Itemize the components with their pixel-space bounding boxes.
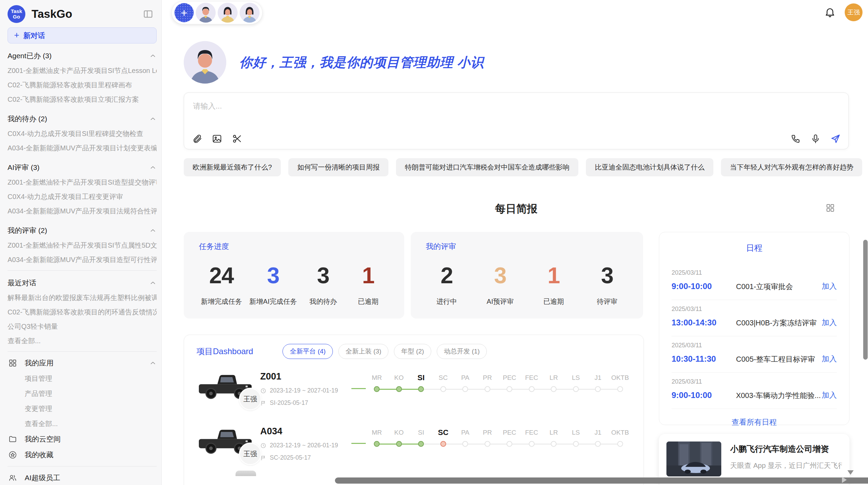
phone-icon[interactable]	[790, 133, 801, 144]
event-join-link[interactable]: 加入	[822, 318, 837, 328]
dashboard-filter-chip[interactable]: 年型 (2)	[394, 344, 431, 359]
app-logo: Task Go	[8, 5, 25, 23]
scroll-down-arrow[interactable]	[847, 470, 854, 475]
project-code: Z001	[260, 371, 351, 382]
apps-view-all-link[interactable]: 查看全部...	[8, 416, 157, 431]
milestone-label: SC	[432, 427, 455, 438]
scroll-right-arrow[interactable]	[842, 477, 847, 483]
sidebar-task-item[interactable]: Z001-全新燃油轻卡产品开发项目SI节点属性5D文件评审	[8, 238, 157, 252]
sidebar-section-header[interactable]: 我的待办 (2)	[8, 111, 157, 126]
next-project-peek	[236, 471, 256, 476]
milestone-label: PR	[477, 427, 499, 438]
briefing-header: 每日简报	[184, 202, 849, 216]
milestone-label: LR	[543, 373, 565, 384]
suggestion-chip[interactable]: 比亚迪全固态电池计划具体说了什么	[586, 158, 713, 176]
milestone-dot	[573, 441, 579, 447]
suggestion-chip[interactable]: 如何写一份清晰的项目周报	[288, 158, 388, 176]
sidebar-section-header[interactable]: 我的评审 (2)	[8, 223, 157, 238]
apps-grid-icon	[8, 358, 18, 368]
recent-conversation-item[interactable]: C02-飞腾新能源轻客改款项目的闭环通告反馈情况	[8, 305, 157, 319]
sidebar-section-title: 我的待办 (2)	[8, 114, 47, 124]
sidebar-task-item[interactable]: C0X4-动力总成开发项目SI里程碑提交物检查	[8, 126, 157, 141]
sidebar-task-item[interactable]: A034-全新新能源MUV产品开发项目造型可行性评审	[8, 252, 157, 267]
sidebar-sections: Agent已办 (3)Z001-全新燃油皮卡产品开发项目SI节点Lesson L…	[8, 48, 157, 267]
sidebar-item-cloud-space[interactable]: 我的云空间	[8, 431, 157, 447]
sidebar-task-item[interactable]: A034-全新新能源MUV产品开发项目计划变更表编写	[8, 141, 157, 155]
event-time: 13:00-14:30	[672, 318, 736, 327]
stat: 1已逾期	[349, 264, 387, 306]
dashboard-filter-chip[interactable]: 全新平台 (4)	[282, 344, 333, 359]
stat-value: 3	[588, 264, 626, 287]
assistant-avatar-1[interactable]	[196, 3, 216, 23]
add-assistant-button[interactable]: +	[174, 3, 194, 22]
stat-value: 3	[304, 264, 342, 287]
recent-conversation-item[interactable]: 解释最新出台的欧盟报废车法规再生塑料比例被调至15%...	[8, 290, 157, 305]
sidebar-app-item[interactable]: 产品管理	[8, 386, 157, 401]
sidebar-task-item[interactable]: A034-全新新能源MUV产品开发项目法规符合性评审	[8, 204, 157, 218]
sidebar-app-item[interactable]: 项目管理	[8, 371, 157, 386]
milestone-label: KO	[388, 427, 410, 438]
horizontal-scrollbar-thumb[interactable]	[335, 477, 868, 484]
project-row[interactable]: 王强A0342023-12-19 ~ 2026-01-19SC-2025-05-…	[196, 424, 631, 469]
stat-value: 24	[201, 264, 242, 287]
sidebar-app-item[interactable]: 变更管理	[8, 401, 157, 416]
schedule-event: 2025/03/119:00-10:00C001-立项审批会加入	[672, 264, 837, 300]
schedule-title: 日程	[672, 242, 837, 253]
chevron-up-icon[interactable]	[149, 227, 157, 234]
milestone: OKTB	[609, 427, 631, 447]
send-icon[interactable]	[830, 133, 841, 144]
image-upload-icon[interactable]	[212, 133, 222, 144]
user-avatar[interactable]: 王强	[845, 3, 863, 21]
sidebar-task-item[interactable]: C0X4-动力总成开发项目工程变更评审	[8, 189, 157, 204]
dashboard-filter-chip[interactable]: 全新上装 (3)	[338, 344, 389, 359]
dashboard-filter-chip[interactable]: 动总开发 (1)	[437, 344, 487, 359]
event-join-link[interactable]: 加入	[822, 390, 837, 400]
sidebar-task-item[interactable]: C02-飞腾新能源轻客改款项目立项汇报方案	[8, 92, 157, 107]
sidebar-section-header[interactable]: Agent已办 (3)	[8, 48, 157, 63]
dashboard-header: 项目Dashboard 全新平台 (4)全新上装 (3)年型 (2)动总开发 (…	[196, 344, 631, 359]
milestone-label: PA	[454, 427, 477, 438]
right-column: 日程 2025/03/119:00-10:00C001-立项审批会加入2025/…	[659, 232, 849, 485]
attachment-icon[interactable]	[192, 133, 203, 144]
notification-bell-icon[interactable]	[824, 7, 836, 18]
sidebar-collapse-icon[interactable]	[142, 8, 154, 20]
composer-input[interactable]	[193, 101, 840, 128]
milestone-dot	[595, 386, 601, 392]
milestone-label: J1	[587, 373, 609, 384]
sidebar-bottom: 我的应用项目管理产品管理变更管理查看全部...我的云空间我的收藏AI超级员工帮我…	[8, 355, 157, 485]
sidebar-task-item[interactable]: Z001-全新燃油皮卡产品开发项目SI节点Lesson Learn报告	[8, 63, 157, 78]
app-title: TaskGo	[32, 8, 142, 21]
microphone-icon[interactable]	[810, 133, 821, 144]
suggestion-chip[interactable]: 特朗普可能对进口汽车增税会对中国车企造成哪些影响	[396, 158, 578, 176]
sidebar-section-header[interactable]: AI评审 (3)	[8, 160, 157, 175]
sidebar-tool-item[interactable]: AI超级员工	[8, 470, 157, 485]
project-row[interactable]: 王强Z0012023-12-19 ~ 2027-01-19SI-2025-05-…	[196, 369, 631, 414]
chevron-up-icon[interactable]	[149, 52, 157, 60]
scissors-icon[interactable]	[231, 133, 242, 144]
milestone-dot	[484, 441, 490, 447]
stat: 3新增AI完成任务	[249, 264, 297, 306]
sidebar-item-my-apps[interactable]: 我的应用	[8, 355, 157, 371]
milestone-dot	[529, 386, 534, 392]
briefing-layout-icon[interactable]	[825, 203, 835, 213]
view-all-schedule-link[interactable]: 查看所有日程	[672, 417, 837, 427]
recent-view-all-link[interactable]: 查看全部...	[8, 334, 157, 348]
vertical-scrollbar-thumb[interactable]	[863, 240, 868, 360]
suggestion-chip[interactable]: 欧洲新规最近颁布了什么?	[184, 158, 281, 176]
sidebar-recent-header[interactable]: 最近对话	[8, 275, 157, 290]
chevron-up-icon[interactable]	[149, 359, 157, 367]
sidebar-task-item[interactable]: Z001-全新燃油轻卡产品开发项目SI造型提交物评审	[8, 175, 157, 189]
assistant-avatar-2[interactable]	[218, 3, 238, 23]
sidebar-item-favorites[interactable]: 我的收藏	[8, 447, 157, 463]
milestone-dot	[507, 441, 513, 447]
recent-conversation-item[interactable]: 公司Q3轻卡销量	[8, 319, 157, 334]
new-chat-button[interactable]: + 新对话	[8, 27, 157, 43]
suggestion-chip[interactable]: 当下年轻人对汽车外观有怎样的喜好趋势	[721, 158, 862, 176]
event-join-link[interactable]: 加入	[822, 354, 837, 364]
chevron-up-icon[interactable]	[149, 279, 157, 287]
chevron-up-icon[interactable]	[149, 115, 157, 123]
assistant-avatar-3[interactable]	[240, 3, 260, 23]
sidebar-task-item[interactable]: C02-飞腾新能源轻客改款项目里程碑画布	[8, 78, 157, 92]
chevron-up-icon[interactable]	[149, 164, 157, 171]
event-join-link[interactable]: 加入	[822, 281, 837, 291]
